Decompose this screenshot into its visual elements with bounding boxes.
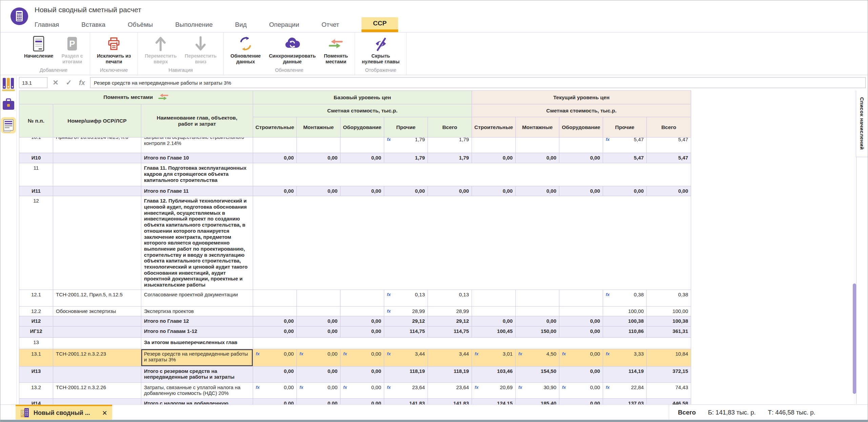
num-cell[interactable]: 11 <box>19 163 53 186</box>
value-cell[interactable]: 0,00 <box>340 326 384 337</box>
num-cell[interactable]: 10.1 <box>19 138 53 153</box>
col-header[interactable]: Прочие <box>603 117 647 138</box>
printer-exclude-button[interactable]: Исключить из печати <box>93 33 135 66</box>
value-cell[interactable]: 114,75 <box>428 326 472 337</box>
value-cell[interactable] <box>297 290 340 306</box>
value-cell[interactable]: 100,38 <box>603 316 647 326</box>
formula-input[interactable]: Резерв средств на непредвиденные работы … <box>90 77 866 88</box>
name-cell[interactable]: Затраты, связанные с уплатой налога на д… <box>141 382 253 398</box>
menu-tab-8[interactable]: ССР <box>361 17 398 32</box>
value-cell[interactable] <box>559 306 603 316</box>
value-cell[interactable]: fx0,00 <box>297 349 340 366</box>
swap-columns-header[interactable]: Поменять местами <box>19 91 253 104</box>
value-cell[interactable]: 0,00 <box>647 186 691 196</box>
value-cell[interactable]: 0,00 <box>253 326 297 337</box>
value-cell[interactable]: fx4,50 <box>516 349 559 366</box>
value-cell[interactable]: 29,12 <box>428 316 472 326</box>
value-cell[interactable]: 0,00 <box>297 316 340 326</box>
value-cell[interactable]: fx5,47 <box>603 138 647 153</box>
num-cell[interactable]: 12.2 <box>19 306 53 316</box>
value-cell[interactable]: fx0,00 <box>253 349 297 366</box>
value-cell[interactable]: 0,00 <box>472 186 516 196</box>
num-cell[interactable]: И13 <box>19 366 53 382</box>
value-cell[interactable] <box>472 306 516 316</box>
value-cell[interactable]: 0,00 <box>559 153 603 163</box>
code-cell[interactable]: Приказ от 20.03.2014 №29, п.6 <box>53 138 141 153</box>
code-cell[interactable] <box>53 163 141 186</box>
value-cell[interactable]: 100,38 <box>647 316 691 326</box>
value-cell[interactable] <box>253 163 691 186</box>
value-cell[interactable]: fx0,00 <box>297 382 340 398</box>
value-cell[interactable]: 0,00 <box>340 186 384 196</box>
code-cell[interactable] <box>53 196 141 290</box>
hide-zero-button[interactable]: Скрыть нулевые главы <box>358 33 404 66</box>
menu-tab-6[interactable]: Операции <box>269 17 299 32</box>
document-tab[interactable]: Новый сводный ... ✕ <box>16 405 112 420</box>
value-cell[interactable]: fx30,90 <box>516 382 559 398</box>
value-cell[interactable]: 0,00 <box>559 186 603 196</box>
value-cell[interactable] <box>253 337 691 349</box>
value-cell[interactable]: 361,31 <box>647 326 691 337</box>
code-cell[interactable]: ТСН-2001.12 п.3.2.23 <box>53 349 141 366</box>
value-cell[interactable]: 0,00 <box>603 186 647 196</box>
menu-tab-2[interactable]: Вставка <box>81 17 105 32</box>
value-cell[interactable]: 23,64 <box>428 382 472 398</box>
value-cell[interactable]: 0,00 <box>340 366 384 382</box>
value-cell[interactable]: 0,00 <box>297 186 340 196</box>
value-cell[interactable] <box>516 290 559 306</box>
value-cell[interactable] <box>297 138 340 153</box>
value-cell[interactable]: 114,75 <box>384 326 428 337</box>
value-cell[interactable] <box>297 306 340 316</box>
value-cell[interactable] <box>253 196 691 290</box>
value-cell[interactable]: fx20,69 <box>472 382 516 398</box>
menu-tab-4[interactable]: Выполнение <box>175 17 213 32</box>
value-cell[interactable]: fx3,01 <box>472 349 516 366</box>
menu-tab-5[interactable]: Вид <box>235 17 247 32</box>
value-cell[interactable]: 1,79 <box>384 153 428 163</box>
value-cell[interactable]: fx0,00 <box>559 382 603 398</box>
code-cell[interactable] <box>53 337 141 349</box>
value-cell[interactable]: 0,38 <box>647 290 691 306</box>
name-cell[interactable]: Резерв средств на непредвиденные работы … <box>141 349 253 366</box>
value-cell[interactable]: 118,19 <box>384 366 428 382</box>
menu-tab-3[interactable]: Объёмы <box>128 17 153 32</box>
col-header[interactable]: Строительные <box>253 117 297 138</box>
swap-button[interactable]: Поменять местами <box>320 33 352 66</box>
current-level-header[interactable]: Текущий уровень цен <box>472 91 691 104</box>
value-cell[interactable]: fx22,84 <box>603 382 647 398</box>
base-level-header[interactable]: Базовый уровень цен <box>253 91 472 104</box>
fx-icon[interactable]: fx <box>77 79 87 87</box>
value-cell[interactable]: 0,00 <box>516 186 559 196</box>
name-cell[interactable]: Экспертиза проектов <box>141 306 253 316</box>
value-cell[interactable]: fx0,13 <box>384 290 428 306</box>
code-cell[interactable] <box>53 153 141 163</box>
cancel-icon[interactable]: ✕ <box>50 79 61 87</box>
accrual-document-button[interactable]: Начисление <box>20 33 57 66</box>
code-cell[interactable]: ТСН-2001.12, Прил.5, п.12.5 <box>53 290 141 306</box>
value-cell[interactable]: 0,00 <box>559 326 603 337</box>
name-cell[interactable]: Итого по Главе 10 <box>141 153 253 163</box>
value-cell[interactable]: 0,00 <box>559 366 603 382</box>
menu-tab-1[interactable]: Главная <box>35 17 59 32</box>
col-header[interactable]: Всего <box>428 117 472 138</box>
value-cell[interactable]: 110,86 <box>603 326 647 337</box>
value-cell[interactable]: fx0,00 <box>253 382 297 398</box>
value-cell[interactable]: 1,79 <box>428 153 472 163</box>
value-cell[interactable] <box>516 306 559 316</box>
value-cell[interactable]: 0,00 <box>472 153 516 163</box>
value-cell[interactable]: 29,12 <box>384 316 428 326</box>
code-cell[interactable]: ТСН-2001.12 п.3.2.26 <box>53 382 141 398</box>
value-cell[interactable]: 150,00 <box>516 326 559 337</box>
num-cell[interactable]: И12 <box>19 316 53 326</box>
report-icon[interactable] <box>1 117 16 135</box>
num-cell[interactable]: ИГ12 <box>19 326 53 337</box>
data-refresh-button[interactable]: Обновление данных <box>226 33 265 66</box>
name-cell[interactable]: Затраты на осуществление строительного к… <box>141 138 253 153</box>
value-cell[interactable]: fx3,33 <box>603 349 647 366</box>
value-cell[interactable]: 3,44 <box>428 349 472 366</box>
col-header[interactable]: Всего <box>647 117 691 138</box>
code-cell[interactable] <box>53 186 141 196</box>
code-cell[interactable] <box>53 326 141 337</box>
value-cell[interactable]: 5,47 <box>647 153 691 163</box>
code-cell[interactable] <box>53 316 141 326</box>
